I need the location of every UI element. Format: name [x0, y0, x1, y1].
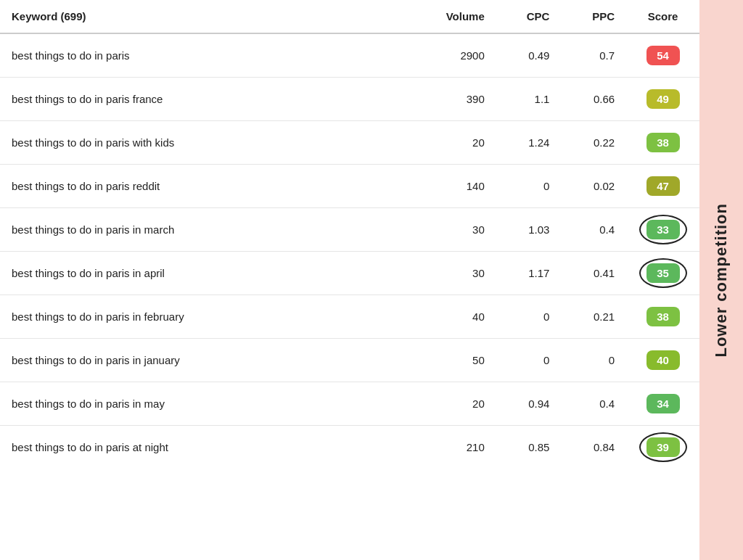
score-cell: 47: [626, 165, 699, 208]
side-panel: Lower competition: [699, 0, 743, 560]
score-cell: 39: [626, 426, 699, 469]
circled-score: 35: [646, 263, 680, 283]
score-badge: 54: [646, 46, 680, 65]
keyword-cell: best things to do in paris in may: [0, 382, 423, 426]
score-cell: 34: [626, 382, 699, 426]
circled-score: 39: [646, 437, 680, 457]
score-cell: 38: [626, 121, 699, 165]
keyword-cell: best things to do in paris reddit: [0, 165, 423, 208]
table-row: best things to do in paris at night2100.…: [0, 426, 699, 469]
cpc-column-header: CPC: [496, 0, 562, 33]
volume-cell: 140: [423, 165, 496, 208]
score-badge: 38: [646, 133, 680, 152]
score-cell: 35: [626, 252, 699, 295]
score-badge: 49: [646, 89, 680, 109]
lower-competition-label: Lower competition: [712, 203, 731, 358]
volume-cell: 390: [423, 78, 496, 121]
cpc-cell: 0: [496, 295, 562, 339]
table-row: best things to do in paris in may200.940…: [0, 382, 699, 426]
table-row: best things to do in paris29000.490.754: [0, 33, 699, 78]
table-header-row: Keyword (699) Volume CPC PPC Score: [0, 0, 699, 33]
score-badge: 47: [646, 176, 680, 196]
score-cell: 49: [626, 78, 699, 121]
table-row: best things to do in paris with kids201.…: [0, 121, 699, 165]
circled-score: 33: [646, 220, 680, 239]
keyword-cell: best things to do in paris in january: [0, 339, 423, 382]
ppc-column-header: PPC: [561, 0, 626, 33]
cpc-cell: 0: [496, 339, 562, 382]
volume-cell: 30: [423, 208, 496, 252]
score-cell: 40: [626, 339, 699, 382]
table-row: best things to do in paris in march301.0…: [0, 208, 699, 252]
score-badge: 39: [646, 437, 680, 457]
ppc-cell: 0.02: [561, 165, 626, 208]
keyword-column-header: Keyword (699): [0, 0, 423, 33]
score-column-header: Score: [626, 0, 699, 33]
keyword-table: Keyword (699) Volume CPC PPC Score best …: [0, 0, 699, 469]
cpc-cell: 0.49: [496, 33, 562, 78]
ppc-cell: 0.4: [561, 382, 626, 426]
keyword-cell: best things to do in paris france: [0, 78, 423, 121]
cpc-cell: 0.94: [496, 382, 562, 426]
cpc-cell: 1.1: [496, 78, 562, 121]
score-badge: 33: [646, 220, 680, 239]
ppc-cell: 0.84: [561, 426, 626, 469]
volume-cell: 50: [423, 339, 496, 382]
cpc-cell: 0.85: [496, 426, 562, 469]
ppc-cell: 0.7: [561, 33, 626, 78]
volume-cell: 210: [423, 426, 496, 469]
cpc-cell: 1.24: [496, 121, 562, 165]
cpc-cell: 1.03: [496, 208, 562, 252]
score-badge: 35: [646, 263, 680, 283]
ppc-cell: 0: [561, 339, 626, 382]
ppc-cell: 0.4: [561, 208, 626, 252]
volume-cell: 20: [423, 382, 496, 426]
keyword-cell: best things to do in paris in march: [0, 208, 423, 252]
keyword-cell: best things to do in paris at night: [0, 426, 423, 469]
ppc-cell: 0.41: [561, 252, 626, 295]
volume-cell: 40: [423, 295, 496, 339]
keyword-cell: best things to do in paris in april: [0, 252, 423, 295]
score-badge: 40: [646, 350, 680, 370]
ppc-cell: 0.22: [561, 121, 626, 165]
volume-column-header: Volume: [423, 0, 496, 33]
volume-cell: 2900: [423, 33, 496, 78]
score-badge: 38: [646, 307, 680, 326]
volume-cell: 30: [423, 252, 496, 295]
keyword-cell: best things to do in paris with kids: [0, 121, 423, 165]
table-row: best things to do in paris in january500…: [0, 339, 699, 382]
ppc-cell: 0.66: [561, 78, 626, 121]
table-row: best things to do in paris france3901.10…: [0, 78, 699, 121]
ppc-cell: 0.21: [561, 295, 626, 339]
keyword-cell: best things to do in paris in february: [0, 295, 423, 339]
table-row: best things to do in paris in february40…: [0, 295, 699, 339]
score-cell: 38: [626, 295, 699, 339]
cpc-cell: 0: [496, 165, 562, 208]
cpc-cell: 1.17: [496, 252, 562, 295]
score-badge: 34: [646, 394, 680, 413]
score-cell: 33: [626, 208, 699, 252]
table-area: Keyword (699) Volume CPC PPC Score best …: [0, 0, 699, 560]
score-cell: 54: [626, 33, 699, 78]
main-container: Keyword (699) Volume CPC PPC Score best …: [0, 0, 743, 560]
table-row: best things to do in paris reddit14000.0…: [0, 165, 699, 208]
table-row: best things to do in paris in april301.1…: [0, 252, 699, 295]
keyword-cell: best things to do in paris: [0, 33, 423, 78]
volume-cell: 20: [423, 121, 496, 165]
